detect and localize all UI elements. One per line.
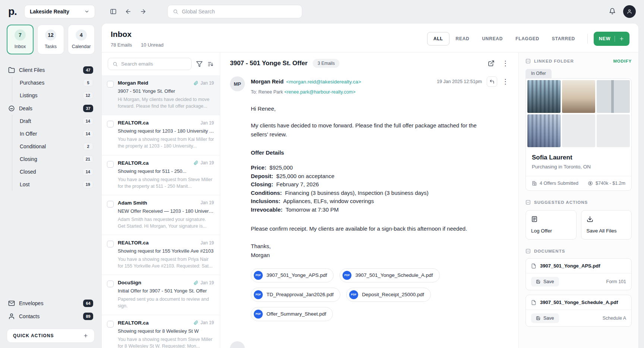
global-search[interactable] bbox=[167, 5, 302, 18]
email-subject: 3907 - 501 Yonge St. Offer bbox=[118, 88, 214, 94]
email-preview: You have a showing request from Steve Mi… bbox=[118, 336, 214, 348]
sidebar-card-inbox[interactable]: 7 Inbox bbox=[7, 25, 34, 54]
tab-read[interactable]: READ bbox=[449, 32, 476, 45]
attachment-filename: Deposit_Receipt_25000.pdf bbox=[362, 292, 424, 297]
collapsed-message-avatar[interactable] bbox=[230, 341, 245, 348]
plus-icon[interactable] bbox=[83, 333, 88, 338]
sidebar-item-label: Closing bbox=[20, 156, 37, 162]
to-label: To: Renee Park bbox=[251, 89, 283, 95]
sidebar-item-draft[interactable]: Draft 14 bbox=[18, 115, 95, 127]
save-label: Save bbox=[543, 279, 554, 284]
attachment-chip[interactable]: PDF Offer_Summary_Sheet.pdf bbox=[251, 307, 333, 321]
sidebar-item-contacts[interactable]: Contacts 89 bbox=[7, 310, 95, 323]
forward-arrow-icon[interactable] bbox=[140, 8, 146, 15]
save-label: Save bbox=[543, 316, 554, 321]
count-badge: 21 bbox=[83, 155, 93, 163]
tab-unread[interactable]: UNREAD bbox=[476, 32, 509, 45]
document-tag: Schedule A bbox=[603, 316, 626, 321]
email-list-item[interactable]: REALTOR.ca Jan 19 Showing request for 12… bbox=[102, 115, 220, 155]
email-list-item[interactable]: REALTOR.ca Jan 19 Showing request for 51… bbox=[102, 155, 220, 195]
document-card[interactable]: 3907_501_Yonge_Schedule_A.pdf Save Sched… bbox=[525, 295, 632, 327]
sidebar-item-client-files[interactable]: Client Files 47 bbox=[7, 63, 95, 76]
attachment-chip[interactable]: PDF 3907_501_Yonge_APS.pdf bbox=[251, 268, 334, 282]
save-document-button[interactable]: Save bbox=[531, 313, 559, 323]
plus-icon bbox=[619, 36, 624, 41]
document-card[interactable]: 3907_501_Yonge_APS.pdf Save Form 101 bbox=[525, 258, 632, 290]
sidebar-item-envelopes[interactable]: Envelopes 64 bbox=[7, 297, 95, 310]
sidebar-toggle-icon[interactable] bbox=[110, 8, 117, 15]
sidebar-item-lost[interactable]: Lost 19 bbox=[18, 178, 95, 191]
notifications-bell-icon[interactable] bbox=[609, 8, 616, 16]
attachment-chip[interactable]: PDF Deposit_Receipt_25000.pdf bbox=[346, 288, 431, 302]
sidebar-card-tasks[interactable]: 12 Tasks bbox=[37, 25, 64, 54]
sidebar-item-closing[interactable]: Closing 21 bbox=[18, 153, 95, 165]
tab-all[interactable]: ALL bbox=[427, 32, 449, 45]
quick-actions-label: QUICK ACTIONS bbox=[13, 333, 54, 338]
open-in-new-icon[interactable] bbox=[488, 60, 495, 67]
reply-icon[interactable] bbox=[487, 76, 497, 87]
calendar-count: 4 bbox=[76, 29, 87, 41]
tab-flagged[interactable]: FLAGGED bbox=[509, 32, 546, 45]
count-badge: 37 bbox=[83, 105, 93, 112]
offer-detail-line: Conditions: Financing (3 business days),… bbox=[251, 189, 482, 197]
save-all-files-action[interactable]: Save All Files bbox=[581, 210, 632, 240]
new-email-button[interactable]: NEW bbox=[594, 32, 629, 46]
more-icon[interactable]: ⋮ bbox=[502, 78, 509, 85]
email-checkbox[interactable] bbox=[107, 281, 114, 287]
email-list-item[interactable]: Adam Smith Jan 19 NEW Offer Received — 1… bbox=[102, 195, 220, 235]
global-search-input[interactable] bbox=[182, 9, 297, 15]
email-list-item[interactable]: DocuSign Jan 19 Initial Offer for 3907 -… bbox=[102, 275, 220, 315]
sidebar-item-conditional[interactable]: Conditional 2 bbox=[18, 140, 95, 153]
filter-icon[interactable] bbox=[196, 61, 203, 67]
search-emails-field[interactable] bbox=[108, 58, 192, 70]
email-checkbox[interactable] bbox=[107, 321, 114, 328]
email-sender: REALTOR.ca bbox=[118, 160, 149, 166]
email-list-item[interactable]: REALTOR.ca Jan 19 Showing request for 8 … bbox=[102, 315, 220, 348]
inbox-card-label: Inbox bbox=[9, 44, 32, 49]
offer-detail-line: Inclusions: Appliances, ELFs, window cov… bbox=[251, 197, 482, 206]
quick-actions-bar[interactable]: QUICK ACTIONS bbox=[7, 329, 95, 343]
count-badge: 12 bbox=[83, 92, 93, 99]
sidebar-item-listings[interactable]: Listings 12 bbox=[18, 89, 95, 102]
thread-title: 3907 - 501 Yonge St. Offer bbox=[230, 60, 307, 67]
email-list-item[interactable]: Morgan Reid Jan 19 3907 - 501 Yonge St. … bbox=[102, 75, 220, 115]
count-badge: 2 bbox=[83, 143, 93, 150]
to-email[interactable]: <renee.park@harbour-realty.com> bbox=[284, 89, 356, 95]
email-list-panel: Morgan Reid Jan 19 3907 - 501 Yonge St. … bbox=[102, 53, 220, 348]
attachment-chip[interactable]: PDF 3907_501_Yonge_Schedule_A.pdf bbox=[340, 268, 439, 282]
folder-stage-tab: In Offer bbox=[525, 69, 552, 78]
back-arrow-icon[interactable] bbox=[125, 8, 132, 15]
email-checkbox[interactable] bbox=[107, 201, 114, 208]
unread-count: 10 Unread bbox=[141, 42, 164, 48]
action-label: Log Offer bbox=[531, 228, 571, 234]
file-icon bbox=[531, 300, 536, 305]
sidebar-item-in-offer[interactable]: In Offer 14 bbox=[18, 127, 95, 140]
sidebar-item-closed[interactable]: Closed 14 bbox=[18, 165, 95, 178]
attachment-paperclip-icon bbox=[194, 320, 198, 325]
modify-link[interactable]: MODIFY bbox=[613, 59, 632, 63]
sort-icon[interactable] bbox=[207, 61, 214, 67]
tab-starred[interactable]: STARRED bbox=[546, 32, 581, 45]
deals-icon bbox=[8, 105, 15, 112]
sidebar-item-deals[interactable]: Deals 37 bbox=[7, 102, 95, 115]
log-offer-action[interactable]: Log Offer bbox=[525, 210, 577, 240]
section-icon bbox=[525, 58, 531, 64]
more-icon[interactable]: ⋮ bbox=[502, 60, 509, 67]
email-checkbox[interactable] bbox=[107, 241, 114, 247]
sidebar-item-purchases[interactable]: Purchases 5 bbox=[18, 76, 95, 89]
attachment-paperclip-icon bbox=[194, 281, 198, 285]
sidebar-card-calendar[interactable]: 4 Calendar bbox=[68, 25, 95, 54]
attachment-chip[interactable]: PDF TD_Preapproval_Jan2026.pdf bbox=[251, 288, 340, 302]
search-emails-input[interactable] bbox=[121, 61, 187, 67]
pdf-icon: PDF bbox=[342, 271, 351, 280]
email-checkbox[interactable] bbox=[107, 121, 114, 127]
email-checkbox[interactable] bbox=[107, 161, 114, 168]
user-avatar[interactable] bbox=[623, 5, 636, 18]
sender-email[interactable]: <morgan.reid@lakesiderealty.ca> bbox=[286, 79, 361, 85]
email-checkbox[interactable] bbox=[107, 81, 114, 88]
count-badge: 5 bbox=[83, 79, 93, 86]
save-document-button[interactable]: Save bbox=[531, 277, 559, 287]
email-list-item[interactable]: REALTOR.ca Jan 19 Showing request for 15… bbox=[102, 235, 220, 275]
linked-folder-card[interactable]: Sofia Laurent Purchasing in Toronto, ON … bbox=[525, 78, 632, 191]
org-selector[interactable]: Lakeside Realty bbox=[24, 5, 95, 18]
